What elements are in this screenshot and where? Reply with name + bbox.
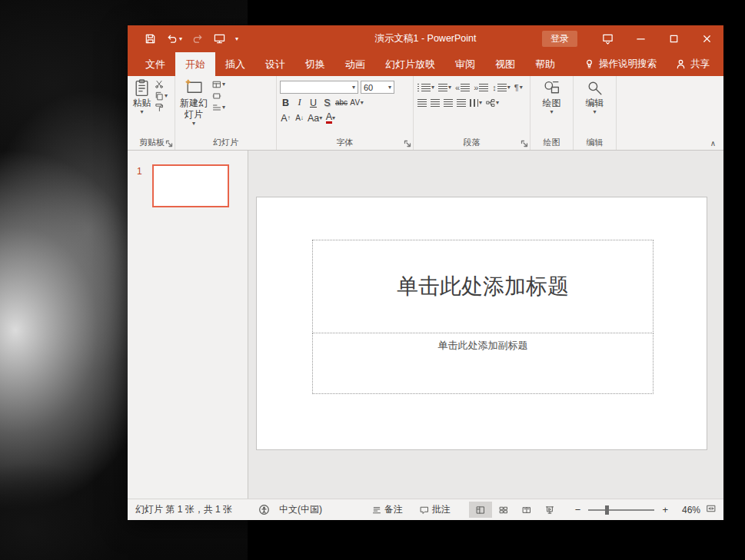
comments-toggle-button[interactable]: 批注 (420, 503, 451, 516)
align-right-button[interactable] (443, 96, 454, 109)
magnifier-icon (585, 78, 604, 98)
tab-review[interactable]: 审阅 (445, 52, 485, 76)
shrink-font-glyph: A (295, 114, 301, 122)
title-placeholder[interactable]: 单击此处添加标题 (312, 240, 654, 333)
tab-animations[interactable]: 动画 (335, 52, 375, 76)
slide-thumbnail[interactable] (152, 164, 229, 207)
align-center-button[interactable] (430, 96, 441, 109)
tell-me-label: 操作说明搜索 (599, 58, 657, 71)
status-bar: 幻灯片 第 1 张，共 1 张 中文(中国) 备注 批注 (128, 499, 723, 520)
minimize-button[interactable] (624, 25, 657, 52)
collapse-ribbon-button[interactable]: ∧ (710, 139, 716, 147)
columns-button[interactable]: ▾ (469, 96, 483, 109)
font-dialog-launcher[interactable] (404, 140, 411, 147)
tab-insert[interactable]: 插入 (215, 52, 255, 76)
accessibility-checker-button[interactable] (258, 504, 270, 515)
paragraph-dialog-launcher[interactable] (521, 140, 528, 147)
undo-button[interactable]: ▾ (166, 33, 182, 45)
change-case-button[interactable]: Aa ▾ (308, 111, 322, 124)
character-spacing-button[interactable]: AV ▾ (350, 96, 364, 109)
zoom-out-button[interactable]: − (572, 504, 584, 515)
zoom-in-button[interactable]: + (659, 504, 671, 515)
font-color-caret-icon: ▾ (332, 115, 335, 121)
align-left-button[interactable] (417, 96, 427, 109)
tab-view[interactable]: 视图 (485, 52, 525, 76)
zoom-slider-thumb[interactable] (605, 505, 609, 515)
decrease-indent-button[interactable]: « (454, 81, 471, 94)
grow-font-glyph: A (281, 113, 287, 124)
tab-file[interactable]: 文件 (135, 52, 175, 76)
numbering-button[interactable]: ▾ (437, 81, 452, 94)
undo-caret-icon: ▾ (179, 36, 182, 42)
fit-to-window-button[interactable] (707, 504, 716, 515)
increase-indent-button[interactable]: » (473, 81, 489, 94)
paste-button[interactable]: 粘贴 ▾ (132, 78, 151, 115)
login-button[interactable]: 登录 (542, 31, 577, 47)
font-size-combobox[interactable]: 60 ▾ (361, 81, 394, 94)
zoom-slider[interactable] (588, 509, 654, 511)
redo-button[interactable] (192, 33, 204, 45)
copy-button[interactable]: ▾ (155, 91, 168, 101)
slide-editing-area: 单击此处添加标题 单击此处添加副标题 (248, 151, 723, 499)
slide-sorter-view-button[interactable] (492, 502, 515, 518)
clipboard-dialog-launcher[interactable] (165, 140, 173, 147)
smartart-icon (486, 98, 495, 108)
font-name-combobox[interactable]: ▾ (280, 81, 358, 94)
zoom-level-label[interactable]: 46% (674, 505, 700, 515)
tab-home[interactable]: 开始 (175, 52, 215, 76)
format-painter-button[interactable] (155, 103, 168, 112)
line-spacing-lines-icon (497, 84, 507, 91)
scissors-icon (155, 80, 164, 89)
bullets-button[interactable]: ▾ (417, 81, 435, 94)
slide-layout-button[interactable]: ▾ (212, 80, 225, 89)
line-spacing-button[interactable]: ↕ ▾ (491, 81, 511, 94)
normal-view-button[interactable] (469, 502, 492, 518)
close-button[interactable] (690, 25, 723, 52)
bold-button[interactable]: B (280, 96, 291, 109)
bullets-icon (417, 84, 419, 91)
grow-font-button[interactable]: A ↑ (280, 111, 291, 124)
share-button[interactable]: 共享 (675, 58, 710, 71)
paragraph-group-label: 段落 (414, 137, 530, 148)
customize-quick-access-button[interactable]: ▾ (235, 36, 238, 42)
notes-toggle-button[interactable]: 备注 (372, 503, 403, 516)
shrink-font-button[interactable]: A ↓ (294, 111, 305, 124)
columns-icon (470, 99, 478, 107)
tab-transitions[interactable]: 切换 (295, 52, 335, 76)
maximize-button[interactable] (657, 25, 690, 52)
text-shadow-button[interactable]: S (321, 96, 333, 109)
maximize-icon (668, 33, 680, 45)
paste-clipboard-icon (132, 78, 151, 98)
slideshow-monitor-icon (214, 33, 225, 45)
align-center-icon (431, 99, 440, 107)
underline-button[interactable]: U (308, 96, 319, 109)
font-color-button[interactable]: A ▾ (324, 111, 336, 124)
ribbon-display-options-button[interactable] (591, 25, 624, 52)
italic-button[interactable]: I (294, 96, 305, 109)
decrease-indent-lines-icon (461, 84, 470, 91)
slideshow-view-button[interactable] (538, 502, 561, 518)
editing-button[interactable]: 编辑 ▾ (577, 78, 613, 115)
start-slideshow-button[interactable] (214, 33, 225, 45)
justify-button[interactable] (456, 96, 467, 109)
language-button[interactable]: 中文(中国) (279, 503, 322, 516)
tab-slideshow[interactable]: 幻灯片放映 (375, 52, 445, 76)
drawing-button[interactable]: 绘图 ▾ (534, 78, 570, 115)
save-button[interactable] (145, 33, 156, 45)
cut-button[interactable] (155, 80, 168, 89)
reset-slide-button[interactable] (212, 91, 225, 101)
text-direction-button[interactable]: ¶ ▾ (514, 81, 524, 94)
subtitle-placeholder[interactable]: 单击此处添加副标题 (312, 333, 654, 394)
tab-help[interactable]: 帮助 (525, 52, 565, 76)
undo-icon (166, 33, 178, 45)
drawing-group: 绘图 ▾ 绘图 (530, 76, 574, 150)
convert-to-smartart-button[interactable]: ▾ (485, 96, 500, 109)
section-button[interactable]: ▾ (212, 103, 225, 112)
layout-caret-icon: ▾ (222, 81, 225, 88)
tab-design[interactable]: 设计 (255, 52, 295, 76)
customize-caret-icon: ▾ (235, 36, 238, 42)
tell-me-button[interactable]: 操作说明搜索 (584, 58, 657, 71)
strikethrough-button[interactable]: abc (335, 96, 348, 109)
reading-view-button[interactable] (515, 502, 538, 518)
new-slide-button[interactable]: 新建幻灯片 ▾ (178, 78, 209, 127)
